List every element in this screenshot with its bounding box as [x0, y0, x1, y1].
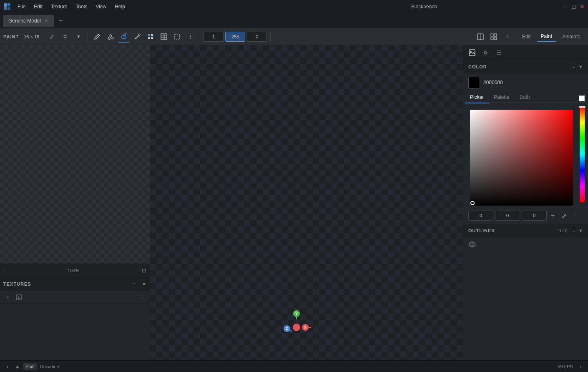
- app-logo: [3, 3, 11, 10]
- grid-tool-button[interactable]: [158, 31, 170, 43]
- x-axis-label[interactable]: X: [302, 324, 309, 331]
- color-swatch[interactable]: [468, 77, 480, 88]
- color-fill-face-button[interactable]: [145, 31, 156, 43]
- bottom-right-arrow[interactable]: ›: [576, 362, 585, 371]
- red-input[interactable]: [468, 211, 493, 221]
- fill-tool-button[interactable]: [105, 31, 116, 43]
- palette-tab[interactable]: Palette: [489, 92, 514, 103]
- canvas-fit-icon[interactable]: ⊡: [142, 267, 146, 274]
- bottom-left-arrow[interactable]: ‹: [3, 362, 12, 371]
- new-tab-button[interactable]: +: [56, 16, 66, 26]
- main-toolbar: PAINT 16 × 16 ⤢ = ▼: [0, 28, 588, 45]
- svg-rect-10: [151, 37, 153, 39]
- both-tab[interactable]: Both: [515, 92, 535, 103]
- right-panel-icon-bar: [463, 45, 588, 60]
- svg-point-27: [484, 51, 487, 54]
- bottom-center-icon: ▲: [15, 364, 20, 369]
- minimize-button[interactable]: ─: [563, 4, 568, 9]
- color-more-button[interactable]: ⋮: [570, 211, 579, 220]
- more-options-button[interactable]: ⋮: [185, 31, 196, 43]
- window-controls: ─ □ ✕: [563, 4, 585, 9]
- maximize-button[interactable]: □: [571, 4, 576, 9]
- color-tab-extra-box[interactable]: [579, 96, 585, 101]
- eraser-tool-button[interactable]: [118, 31, 130, 43]
- outliner-cube-icon: [468, 241, 476, 249]
- color-menu-button[interactable]: =: [573, 64, 575, 69]
- y-axis: Y: [296, 310, 297, 319]
- brush-value-input[interactable]: [247, 32, 267, 42]
- svg-rect-8: [151, 34, 153, 36]
- menu-tools[interactable]: Tools: [72, 3, 90, 10]
- sun-icon[interactable]: [480, 47, 491, 58]
- svg-point-26: [470, 50, 472, 52]
- hue-cursor: [579, 106, 585, 108]
- green-input[interactable]: [495, 211, 520, 221]
- svg-rect-20: [494, 34, 497, 36]
- rgb-inputs: + ⋮: [463, 209, 588, 222]
- outliner-header: OUTLINER 0 / 0 = ▼: [463, 224, 588, 237]
- z-axis-label[interactable]: Z: [284, 325, 290, 332]
- menu-help[interactable]: Help: [111, 3, 128, 10]
- textures-header: TEXTURES = ▼: [0, 277, 150, 291]
- svg-rect-22: [494, 37, 497, 40]
- draw-line-label: Draw line: [40, 364, 59, 369]
- color-title: COLOR: [468, 64, 569, 69]
- svg-rect-1: [8, 3, 10, 6]
- tab-generic-model[interactable]: Generic Model ✕: [3, 15, 54, 27]
- top-right-nav: Edit Paint Animate: [518, 32, 585, 42]
- color-tabs: Picker Palette Both: [463, 92, 588, 103]
- menu-file[interactable]: File: [14, 3, 29, 10]
- layer-options-icon[interactable]: =: [59, 31, 71, 43]
- brush-opacity-input[interactable]: [225, 32, 245, 42]
- svg-rect-3: [8, 7, 10, 10]
- color-picker-button[interactable]: [131, 31, 143, 43]
- selection-tool-button[interactable]: [171, 31, 183, 43]
- add-texture-button[interactable]: +: [3, 293, 13, 302]
- expand-icon[interactable]: ⤢: [46, 31, 58, 43]
- brush-tool-button[interactable]: [91, 31, 103, 43]
- y-axis-label[interactable]: Y: [293, 310, 300, 317]
- textures-title: TEXTURES: [3, 282, 126, 287]
- color-gradient[interactable]: [470, 110, 573, 206]
- blue-input[interactable]: [522, 211, 547, 221]
- animate-nav-button[interactable]: Animate: [558, 32, 585, 41]
- image-icon[interactable]: [467, 47, 477, 58]
- eyedropper-icon[interactable]: [559, 211, 568, 220]
- import-texture-button[interactable]: [14, 293, 23, 302]
- fps-counter: 59 FPS: [558, 364, 573, 369]
- grid-view-button[interactable]: [488, 31, 500, 43]
- textures-more-button[interactable]: ⋮: [137, 293, 146, 302]
- 3d-view-button[interactable]: ⋮: [501, 31, 513, 43]
- menu-edit[interactable]: Edit: [30, 3, 46, 10]
- gradient-cursor[interactable]: [470, 201, 475, 205]
- 3d-gizmo: Y X Z: [279, 310, 313, 344]
- edit-nav-button[interactable]: Edit: [518, 32, 535, 41]
- add-color-button[interactable]: +: [548, 211, 558, 220]
- outliner-count: 0 / 0: [558, 228, 567, 233]
- color-hex-input[interactable]: [483, 80, 583, 85]
- hue-bar[interactable]: [580, 106, 585, 202]
- outliner-menu-button[interactable]: =: [573, 228, 575, 233]
- x-axis: X: [302, 327, 311, 328]
- 3d-viewport[interactable]: Y X Z: [150, 45, 463, 360]
- paint-canvas-area[interactable]: [0, 45, 150, 264]
- outliner-title: OUTLINER: [468, 228, 555, 233]
- tab-close-button[interactable]: ✕: [43, 18, 49, 24]
- gizmo-center-dot[interactable]: [293, 324, 300, 331]
- outliner-collapse-button[interactable]: ▼: [578, 228, 583, 233]
- menu-view[interactable]: View: [92, 3, 110, 10]
- menu-texture[interactable]: Texture: [48, 3, 70, 10]
- close-button[interactable]: ✕: [580, 4, 585, 9]
- list-icon[interactable]: [493, 47, 504, 58]
- paint-nav-button[interactable]: Paint: [537, 32, 556, 42]
- svg-rect-9: [148, 37, 150, 39]
- textures-collapse-button[interactable]: ▼: [142, 282, 146, 287]
- main-area: - 100% ⊡ TEXTURES = ▼ + ⋮: [0, 45, 588, 360]
- canvas-footer: - 100% ⊡: [0, 264, 150, 277]
- brush-size-input[interactable]: [204, 32, 224, 42]
- dropdown-icon[interactable]: ▼: [73, 31, 84, 43]
- 2d-view-button[interactable]: [475, 31, 486, 43]
- color-collapse-button[interactable]: ▼: [578, 64, 583, 69]
- textures-menu-button[interactable]: =: [129, 279, 138, 289]
- picker-tab[interactable]: Picker: [465, 92, 489, 103]
